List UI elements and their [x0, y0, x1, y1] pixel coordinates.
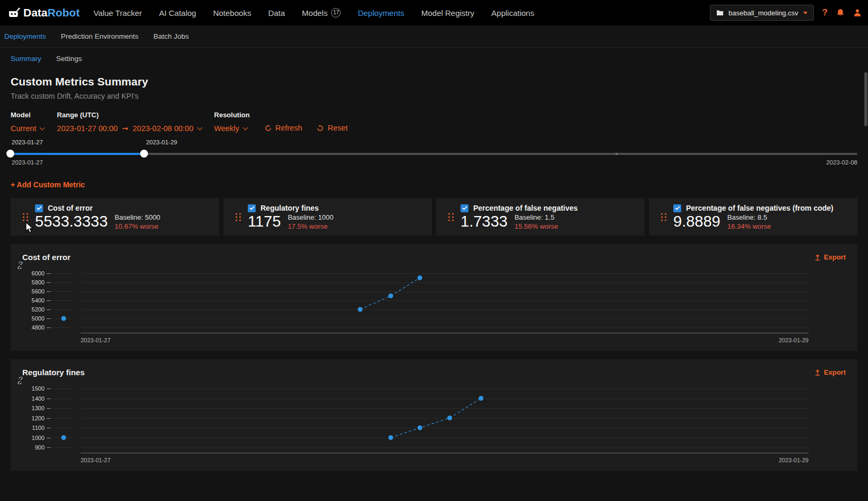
date-range-slider: 2023-01-27 2023-01-29 2023-01-27 2023-02… [11, 139, 857, 170]
slider-step-tick [615, 153, 618, 155]
chart-title: Cost of error [22, 253, 71, 262]
metric-visibility-checkbox[interactable] [673, 204, 681, 212]
resolution-label: Resolution [214, 111, 250, 119]
svg-text:2023-01-29: 2023-01-29 [779, 457, 809, 463]
folder-icon [716, 10, 724, 16]
refresh-icon [265, 125, 272, 132]
dataset-name: baseball_modeling.csv [728, 9, 798, 17]
drag-handle-icon[interactable] [23, 213, 28, 221]
chart-panel-regulatory-fines: Regulatory finesExport150014001300120011… [11, 359, 857, 471]
svg-text:4800: 4800 [32, 324, 45, 331]
datarobot-logo[interactable]: DataRobot [7, 6, 80, 19]
export-icon [814, 369, 821, 376]
nav-item-model-registry[interactable]: Model Registry [413, 0, 483, 25]
svg-text:1000: 1000 [32, 435, 45, 441]
metric-value: 5533.3333 [35, 213, 108, 230]
export-button[interactable]: Export [814, 368, 846, 376]
page-subtitle: Track custom Drift, Accuracy and KPI's [11, 92, 857, 100]
svg-text:5400: 5400 [32, 297, 45, 304]
metric-baseline: Baseline: 8.5 [727, 213, 771, 221]
drag-handle-icon[interactable] [236, 213, 241, 221]
primary-nav: Value TrackerAI CatalogNotebooksDataMode… [85, 0, 543, 25]
tab-label: Summary [11, 55, 41, 63]
nav-item-label: Applications [491, 8, 534, 18]
tab-summary[interactable]: Summary [11, 55, 41, 63]
subnav-item-prediction-environments[interactable]: Prediction Environments [61, 32, 138, 40]
user-profile-icon[interactable] [853, 8, 862, 17]
reset-icon [317, 125, 324, 132]
add-custom-metric-button[interactable]: + Add Custom Metric [11, 180, 85, 189]
metric-visibility-checkbox[interactable] [248, 204, 256, 212]
metric-baseline: Baseline: 1.5 [515, 213, 558, 221]
resolution-value: Weekly [214, 124, 239, 133]
metric-visibility-checkbox[interactable] [35, 204, 43, 212]
nav-item-data[interactable]: Data [259, 0, 293, 25]
data-point [388, 293, 393, 298]
metric-value: 9.8889 [673, 213, 721, 230]
subnav-item-label: Deployments [4, 32, 46, 40]
slider-end-label: 2023-01-29 [146, 139, 177, 145]
nav-item-ai-catalog[interactable]: AI Catalog [151, 0, 205, 25]
metric-title: Percentage of false negatives (from code… [686, 204, 834, 212]
tab-label: Settings [56, 55, 82, 63]
refresh-button[interactable]: Refresh [265, 124, 302, 132]
nav-item-value-tracker[interactable]: Value Tracker [85, 0, 150, 25]
metric-visibility-checkbox[interactable] [461, 204, 468, 212]
chevron-down-icon [803, 12, 808, 14]
datarobot-logo-icon [7, 7, 20, 19]
y-axis-link-icon[interactable] [16, 262, 24, 269]
svg-text:900: 900 [35, 444, 45, 451]
range-select[interactable]: 2023-01-27 00:00 ➞ 2023-02-08 00:00 [57, 124, 201, 133]
metric-card-percentage-of-false-negatives: Percentage of false negatives1.7333Basel… [436, 198, 645, 236]
range-start: 2023-01-27 00:00 [57, 124, 118, 133]
help-icon[interactable]: ? [822, 7, 828, 18]
slider-selected-range [11, 153, 144, 155]
slider-start-label: 2023-01-27 [12, 139, 43, 145]
nav-item-notebooks[interactable]: Notebooks [205, 0, 260, 25]
reset-button[interactable]: Reset [317, 124, 348, 132]
page-title: Custom Metrics Summary [11, 75, 857, 88]
drag-handle-icon[interactable] [661, 213, 666, 221]
svg-text:2023-01-29: 2023-01-29 [779, 337, 809, 343]
scrollbar-thumb[interactable] [864, 72, 867, 126]
metric-title: Regulatory fines [261, 204, 319, 212]
main-content: Custom Metrics Summary Track custom Drif… [0, 75, 868, 478]
nav-item-label: Data [268, 8, 285, 18]
top-navbar: DataRobot Value TrackerAI CatalogNoteboo… [0, 0, 868, 25]
slider-max-label: 2023-02-08 [826, 159, 857, 166]
nav-item-label: Value Tracker [93, 8, 142, 18]
metric-title: Cost of error [48, 204, 93, 212]
model-select[interactable]: Current [11, 124, 44, 133]
nav-item-applications[interactable]: Applications [483, 0, 543, 25]
nav-item-label: Notebooks [213, 8, 251, 18]
control-buttons: Refresh Reset [265, 111, 348, 132]
svg-text:1400: 1400 [32, 395, 45, 402]
chevron-down-icon [40, 125, 45, 130]
y-axis-link-icon[interactable] [16, 377, 24, 384]
refresh-label: Refresh [275, 124, 302, 132]
chevron-down-icon [242, 125, 248, 130]
tab-settings[interactable]: Settings [56, 55, 82, 63]
nav-item-deployments[interactable]: Deployments [349, 0, 413, 25]
svg-text:5600: 5600 [32, 288, 45, 295]
notifications-bell-icon[interactable] [836, 8, 845, 18]
slider-handle-right[interactable] [140, 150, 148, 158]
nav-item-models[interactable]: Models17 [293, 0, 349, 25]
data-point [418, 275, 422, 280]
subnav-item-deployments[interactable]: Deployments [4, 32, 46, 40]
logo-text-robot: Robot [48, 6, 80, 19]
export-label: Export [824, 368, 846, 376]
resolution-select[interactable]: Weekly [214, 124, 250, 133]
model-control: Model Current [11, 111, 44, 133]
model-value: Current [11, 124, 36, 133]
subnav-item-batch-jobs[interactable]: Batch Jobs [153, 32, 189, 40]
drag-handle-icon[interactable] [448, 213, 454, 221]
export-button[interactable]: Export [814, 253, 846, 261]
slider-handle-left[interactable] [6, 150, 14, 158]
reset-label: Reset [327, 124, 348, 132]
metric-value: 1.7333 [461, 213, 508, 230]
svg-text:5200: 5200 [32, 306, 45, 313]
dataset-selector[interactable]: baseball_modeling.csv [710, 5, 814, 21]
svg-text:6000: 6000 [32, 270, 45, 277]
metric-card-regulatory-fines: Regulatory fines1175Baseline: 100017.5% … [223, 198, 432, 236]
